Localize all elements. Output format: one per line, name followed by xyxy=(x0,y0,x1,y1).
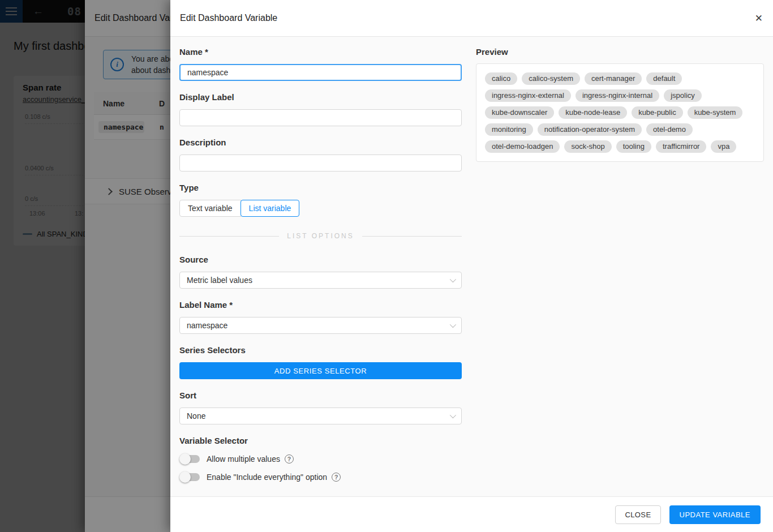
chevron-down-icon xyxy=(450,321,456,328)
series-selectors-label: Series Selectors xyxy=(179,345,462,355)
preview-chip: otel-demo-loadgen xyxy=(485,140,560,153)
sort-select[interactable]: None xyxy=(179,407,462,424)
sort-select-value: None xyxy=(187,411,450,421)
close-button[interactable]: CLOSE xyxy=(615,505,660,524)
preview-chip: trafficmirror xyxy=(656,140,706,153)
preview-chip: notification-operator-system xyxy=(538,123,642,136)
preview-chip: default xyxy=(646,72,682,85)
label-name-select[interactable]: namespace xyxy=(179,317,462,334)
modal-title: Edit Dashboard Variable xyxy=(180,13,277,23)
modal-footer: CLOSE UPDATE VARIABLE xyxy=(170,496,773,532)
add-series-selector-button[interactable]: ADD SERIES SELECTOR xyxy=(179,362,462,379)
preview-chip: sock-shop xyxy=(564,140,611,153)
display-label-label: Display Label xyxy=(179,92,462,102)
preview-chip: calico xyxy=(485,72,517,85)
display-label-input[interactable] xyxy=(179,109,462,126)
preview-card: calicocalico-systemcert-managerdefaultin… xyxy=(476,63,764,162)
preview-chip: kube-public xyxy=(632,106,683,119)
preview-chip: otel-demo xyxy=(646,123,693,136)
label-name-select-value: namespace xyxy=(187,321,450,330)
source-label: Source xyxy=(179,255,462,264)
list-options-divider-label: LIST OPTIONS xyxy=(287,232,354,240)
preview-chip: jspolicy xyxy=(664,89,702,102)
chevron-down-icon xyxy=(450,276,456,282)
preview-chip: cert-manager xyxy=(585,72,642,85)
list-options-divider: LIST OPTIONS xyxy=(179,232,462,240)
preview-chip: kube-system xyxy=(688,106,743,119)
chevron-down-icon xyxy=(450,412,456,418)
source-select-value: Metric label values xyxy=(187,276,450,285)
allow-multiple-values-toggle[interactable] xyxy=(179,453,200,465)
edit-variable-drawer: Edit Dashboard Variable ✕ Name * Display… xyxy=(170,0,773,532)
variable-selector-label: Variable Selector xyxy=(179,436,462,445)
name-input[interactable] xyxy=(179,64,462,81)
sort-label: Sort xyxy=(179,391,462,400)
help-icon[interactable]: ? xyxy=(285,454,294,464)
description-label: Description xyxy=(179,138,462,147)
preview-chip: kube-downscaler xyxy=(485,106,554,119)
preview-chip: ingress-nginx-internal xyxy=(576,89,659,102)
type-option-text-variable[interactable]: Text variable xyxy=(179,200,241,217)
label-name-label: Label Name * xyxy=(179,300,462,310)
type-segmented-control: Text variable List variable xyxy=(179,200,299,217)
close-icon[interactable]: ✕ xyxy=(755,14,763,23)
preview-heading: Preview xyxy=(476,47,764,57)
drawer-header: Edit Dashboard Variable ✕ xyxy=(170,0,773,37)
preview-chip: ingress-nginx-external xyxy=(485,89,571,102)
description-input[interactable] xyxy=(179,155,462,171)
source-select[interactable]: Metric label values xyxy=(179,272,462,289)
preview-chip: calico-system xyxy=(522,72,580,85)
preview-chip: tooling xyxy=(616,140,651,153)
include-everything-toggle[interactable] xyxy=(179,471,200,483)
type-label: Type xyxy=(179,183,462,192)
name-label: Name * xyxy=(179,47,462,57)
update-variable-button[interactable]: UPDATE VARIABLE xyxy=(669,505,761,524)
preview-chip: vpa xyxy=(711,140,736,153)
preview-chip: kube-node-lease xyxy=(559,106,627,119)
allow-multiple-values-label: Allow multiple values xyxy=(207,454,280,464)
preview-chip: monitoring xyxy=(485,123,533,136)
type-option-list-variable[interactable]: List variable xyxy=(241,200,300,217)
include-everything-label: Enable "Include everything" option xyxy=(207,473,327,482)
help-icon[interactable]: ? xyxy=(332,473,341,482)
